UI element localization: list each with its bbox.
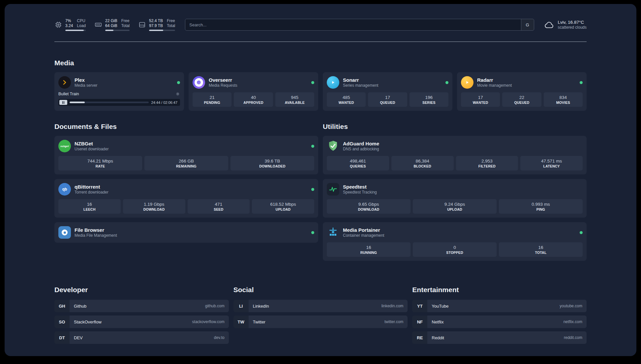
sonarr-icon — [327, 76, 339, 89]
service-card-radarr[interactable]: Radarr Movie management 17WANTED 22QUEUE… — [457, 72, 587, 111]
stat-tile: 266 GBREMAINING — [144, 156, 228, 170]
disk-total-label: Total — [167, 23, 175, 28]
radarr-icon — [461, 76, 473, 89]
weather-widget: Lviv, 16.87°C scattered clouds — [544, 19, 587, 30]
status-online-dot — [580, 81, 583, 84]
playback-time: 24:44 / 02:06:47 — [151, 101, 177, 105]
stat-tile: 2,953FILTERED — [456, 156, 518, 170]
stat-tile: 618.52 MbpsUPLOAD — [252, 199, 314, 214]
service-card-overseerr[interactable]: Overseerr Media Requests 21PENDING 40APP… — [189, 72, 318, 111]
media-player-bar: 24:44 / 02:06:47 — [58, 99, 180, 106]
service-card-plex[interactable]: Plex Media server Bullet Train — [54, 72, 184, 111]
service-desc: Media File Management — [75, 233, 117, 238]
service-card-filebrowser[interactable]: File Browser Media File Management — [54, 222, 318, 243]
developer-links-column: Developer GH Githubgithub.com SO StackOv… — [54, 286, 229, 347]
service-desc: Usenet downloader — [75, 147, 108, 152]
service-name: Overseerr — [209, 77, 237, 83]
section-title-media: Media — [54, 59, 587, 67]
gear-icon[interactable] — [175, 92, 180, 96]
system-metrics: 7% CPU 3.24 Load — [54, 18, 175, 31]
bookmark-domain: netflix.com — [564, 319, 582, 324]
service-desc: Media Requests — [209, 83, 237, 88]
stat-tile: 40APPROVED — [234, 92, 273, 107]
status-online-dot — [311, 188, 314, 191]
now-playing-title: Bullet Train — [58, 92, 79, 96]
search-bar: G — [185, 19, 534, 31]
service-name: Sonarr — [343, 77, 378, 83]
cpu-load-value: 3.24 — [65, 23, 73, 28]
service-name: qBittorrent — [75, 184, 108, 190]
stat-tile: 17QUEUED — [368, 92, 407, 107]
disk-icon — [138, 21, 146, 29]
bookmark-netflix[interactable]: NF Netflixnetflix.com — [412, 316, 587, 328]
status-online-dot — [311, 81, 314, 84]
status-online-dot — [311, 231, 314, 234]
service-name: AdGuard Home — [343, 140, 379, 147]
bookmark-github[interactable]: GH Githubgithub.com — [54, 300, 229, 312]
topbar: 7% CPU 3.24 Load — [54, 16, 587, 33]
bookmark-name: LinkedIn — [253, 304, 269, 309]
stat-tile: 196SERIES — [410, 92, 448, 107]
service-desc: Torrent downloader — [75, 190, 108, 195]
stat-tile: 471SEED — [188, 199, 250, 214]
weather-condition: scattered clouds — [558, 25, 587, 30]
stat-tile: 16LEECH — [58, 199, 121, 214]
stat-tile: 47.571 msLATENCY — [520, 156, 583, 170]
service-card-sonarr[interactable]: Sonarr Series management 485WANTED 17QUE… — [323, 72, 452, 111]
bookmark-domain: dev.to — [214, 335, 225, 340]
bookmark-stackoverflow[interactable]: SO StackOverflowstackoverflow.com — [54, 316, 229, 328]
stat-tile: 485WANTED — [327, 92, 366, 107]
stat-tile: 9.24 GbpsUPLOAD — [413, 199, 497, 214]
bookmark-linkedin[interactable]: LI LinkedInlinkedin.com — [233, 300, 408, 312]
disk-widget: 52.4 TB Free 97.9 TB Total — [138, 18, 175, 31]
stat-tile: 39.6 TBDOWNLOADED — [230, 156, 314, 170]
bookmark-abbr: NF — [412, 316, 427, 328]
search-input[interactable] — [185, 22, 521, 27]
disk-free-value: 52.4 TB — [149, 18, 163, 23]
memory-icon — [94, 21, 102, 29]
bookmark-name: DEV — [74, 335, 83, 340]
bookmark-domain: stackoverflow.com — [192, 319, 225, 324]
stat-tile: 16TOTAL — [499, 242, 583, 257]
stat-tile: 9.65 GbpsDOWNLOAD — [327, 199, 411, 214]
bookmark-dev[interactable]: DT DEVdev.to — [54, 331, 229, 344]
service-desc: Media server — [75, 83, 97, 88]
service-card-qbittorrent[interactable]: qb qBittorrent Torrent downloader 16LEEC… — [54, 179, 318, 218]
playback-progress-track[interactable] — [70, 102, 149, 103]
service-name: File Browser — [75, 227, 117, 233]
bookmark-youtube[interactable]: YT YouTubeyoutube.com — [412, 300, 587, 312]
bookmark-reddit[interactable]: RE Redditreddit.com — [412, 331, 587, 344]
weather-location: Lviv, 16.87°C — [558, 19, 587, 25]
service-card-speedtest[interactable]: Speedtest Speedtest Tracking 9.65 GbpsDO… — [323, 179, 587, 218]
social-links-column: Social LI LinkedInlinkedin.com TW Twitte… — [233, 286, 408, 347]
service-name: NZBGet — [75, 140, 108, 147]
pause-button[interactable] — [59, 100, 67, 105]
section-title-social: Social — [233, 286, 408, 294]
bookmark-domain: linkedin.com — [382, 304, 404, 308]
bookmark-twitter[interactable]: TW Twittertwitter.com — [233, 316, 408, 328]
stat-tile: 498,461QUERIES — [327, 156, 389, 170]
stat-tile: 744.21 MbpsRATE — [58, 156, 142, 170]
stat-tile: 1.19 GbpsDOWNLOAD — [123, 199, 185, 214]
dashboard: 7% CPU 3.24 Load — [5, 4, 636, 356]
stat-tile: 21PENDING — [193, 92, 231, 107]
bookmark-abbr: YT — [412, 300, 427, 312]
bookmark-name: Reddit — [432, 335, 444, 340]
status-online-dot — [311, 145, 314, 148]
disk-total-value: 97.9 TB — [149, 23, 163, 28]
search-provider-button[interactable]: G — [521, 19, 534, 30]
status-online-dot — [580, 231, 583, 234]
bookmark-name: YouTube — [432, 304, 448, 309]
plex-icon — [58, 76, 71, 89]
topbar-divider — [54, 42, 587, 42]
service-card-portainer[interactable]: Media Portainer Container management 16R… — [323, 222, 587, 261]
service-card-nzbget[interactable]: nzbget NZBGet Usenet downloader 744.21 M… — [54, 136, 318, 174]
service-card-adguard[interactable]: AdGuard Home DNS and adblocking 498,461Q… — [323, 136, 587, 174]
service-name: Plex — [75, 77, 97, 83]
stat-tile: 86,384BLOCKED — [391, 156, 454, 170]
cpu-progress-bar — [65, 30, 86, 31]
section-title-entertainment: Entertainment — [412, 286, 587, 294]
bookmark-abbr: RE — [412, 331, 427, 344]
cpu-icon — [54, 21, 62, 29]
now-playing-row: Bullet Train — [58, 92, 180, 96]
